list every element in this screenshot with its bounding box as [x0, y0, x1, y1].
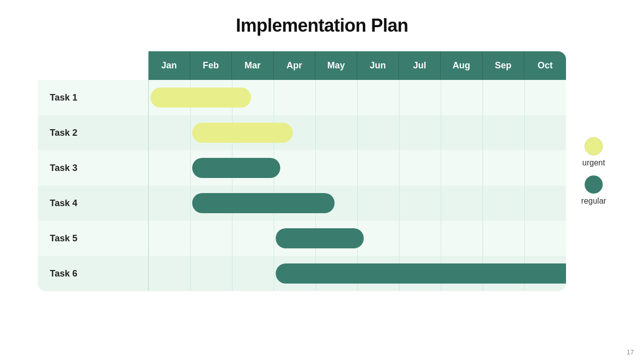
- cell-task5-oct: [524, 221, 566, 256]
- task-label-task1: Task 1: [38, 80, 148, 115]
- cell-task1-may: [315, 80, 357, 115]
- gantt-row-task4: Task 4: [38, 186, 566, 221]
- cell-task5-feb: [190, 221, 232, 256]
- cell-task3-may: [315, 150, 357, 186]
- cell-task3-jul: [399, 150, 441, 186]
- cell-task2-jun: [357, 115, 399, 150]
- cell-task3-aug: [441, 150, 482, 186]
- cell-task1-oct: [524, 80, 566, 115]
- cell-task1-aug: [441, 80, 482, 115]
- legend-circle-regular: [585, 175, 603, 194]
- gantt-wrapper: JanFebMarAprMayJunJulAugSepOct Task 1Tas…: [38, 51, 606, 291]
- page-number: 17: [627, 348, 634, 356]
- cell-task6-feb: [190, 256, 232, 291]
- cell-task4-sep: [482, 186, 524, 221]
- cell-task1-jun: [357, 80, 399, 115]
- header-month-jun: Jun: [357, 51, 399, 80]
- legend-circle-urgent: [585, 137, 603, 155]
- legend: urgentregular: [581, 137, 606, 206]
- cell-task4-oct: [524, 186, 566, 221]
- page-title: Implementation Plan: [236, 15, 409, 36]
- page-container: Implementation Plan JanFebMarAprMayJunJu…: [0, 0, 644, 362]
- cell-task4-jul: [399, 186, 441, 221]
- header-month-jul: Jul: [399, 51, 441, 80]
- header-month-aug: Aug: [441, 51, 482, 80]
- header-month-jan: Jan: [148, 51, 190, 80]
- bar-task1: [150, 87, 251, 108]
- header-month-feb: Feb: [190, 51, 232, 80]
- task-label-task2: Task 2: [38, 115, 148, 150]
- cell-task3-jun: [357, 150, 399, 186]
- legend-label-urgent: urgent: [582, 158, 605, 167]
- legend-item-regular: regular: [581, 175, 606, 206]
- bar-task3: [192, 158, 280, 178]
- header-month-apr: Apr: [274, 51, 315, 80]
- task-label-task4: Task 4: [38, 186, 148, 221]
- gantt-row-task3: Task 3: [38, 150, 566, 186]
- cell-task4-jan: [148, 186, 190, 221]
- cell-task2-sep: [482, 115, 524, 150]
- bar-task4: [192, 193, 335, 213]
- cell-task2-oct: [524, 115, 566, 150]
- bar-task2: [192, 123, 293, 143]
- cell-task6-jan: [148, 256, 190, 291]
- cell-task5-mar: [232, 221, 274, 256]
- cell-task3-sep: [482, 150, 524, 186]
- cell-task4-jun: [357, 186, 399, 221]
- cell-task5-jul: [399, 221, 441, 256]
- cell-task5-sep: [482, 221, 524, 256]
- gantt-card: JanFebMarAprMayJunJulAugSepOct Task 1Tas…: [38, 51, 566, 291]
- legend-item-urgent: urgent: [582, 137, 605, 167]
- cell-task6-mar: [232, 256, 274, 291]
- gantt-row-task6: Task 6: [38, 256, 566, 291]
- bar-task5: [276, 228, 364, 248]
- gantt-row-task1: Task 1: [38, 80, 566, 115]
- cell-task2-aug: [441, 115, 482, 150]
- task-label-task3: Task 3: [38, 150, 148, 186]
- task-label-task6: Task 6: [38, 256, 148, 291]
- cell-task5-aug: [441, 221, 482, 256]
- cell-task4-aug: [441, 186, 482, 221]
- bar-task6: [276, 263, 566, 284]
- legend-label-regular: regular: [581, 197, 606, 206]
- header-month-sep: Sep: [482, 51, 524, 80]
- task-label-task5: Task 5: [38, 221, 148, 256]
- gantt-row-task5: Task 5: [38, 221, 566, 256]
- cell-task2-may: [315, 115, 357, 150]
- gantt-header: JanFebMarAprMayJunJulAugSepOct: [38, 51, 566, 80]
- gantt-rows-area: Task 1Task 2Task 3Task 4Task 5Task 6: [38, 80, 566, 291]
- header-month-may: May: [315, 51, 357, 80]
- cell-task3-oct: [524, 150, 566, 186]
- cell-task1-jul: [399, 80, 441, 115]
- cell-task3-jan: [148, 150, 190, 186]
- cell-task2-jan: [148, 115, 190, 150]
- header-month-mar: Mar: [232, 51, 274, 80]
- header-month-oct: Oct: [524, 51, 566, 80]
- gantt-header-empty: [38, 51, 148, 80]
- cell-task5-jan: [148, 221, 190, 256]
- gantt-row-task2: Task 2: [38, 115, 566, 150]
- cell-task1-sep: [482, 80, 524, 115]
- cell-task2-jul: [399, 115, 441, 150]
- cell-task1-apr: [274, 80, 315, 115]
